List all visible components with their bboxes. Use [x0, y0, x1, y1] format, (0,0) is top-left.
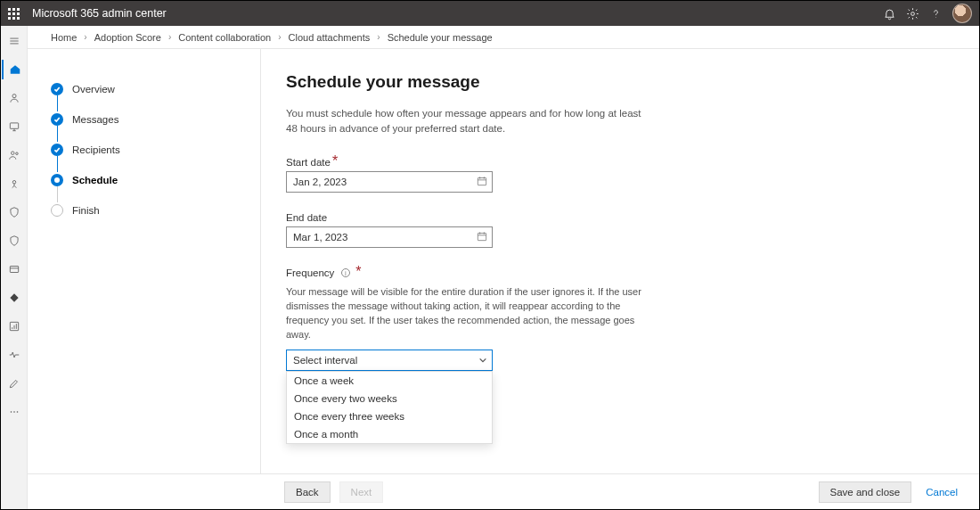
breadcrumb: Home › Adoption Score › Content collabor… [28, 26, 979, 49]
end-date-label: End date [286, 212, 327, 223]
crumb-cloud[interactable]: Cloud attachments [289, 32, 371, 43]
page-title: Schedule your message [286, 72, 954, 92]
frequency-option[interactable]: Once a month [287, 425, 492, 443]
step-label: Messages [72, 114, 118, 125]
crumb-schedule[interactable]: Schedule your message [388, 32, 493, 43]
svg-point-0 [911, 12, 914, 15]
current-step-icon [51, 174, 63, 186]
step-messages[interactable]: Messages [51, 104, 244, 135]
settings-icon[interactable] [901, 2, 924, 25]
cancel-link[interactable]: Cancel [926, 487, 958, 498]
crumb-adoption[interactable]: Adoption Score [94, 32, 161, 43]
svg-point-10 [13, 411, 15, 413]
step-label: Recipients [72, 144, 120, 155]
frequency-option[interactable]: Once every three weeks [287, 407, 492, 425]
check-icon [51, 113, 63, 126]
app-title: Microsoft 365 admin center [32, 7, 167, 20]
rail-more-icon[interactable] [2, 402, 27, 422]
rail-shield2-icon[interactable] [2, 231, 27, 251]
svg-point-9 [10, 411, 12, 413]
check-icon [51, 83, 63, 95]
check-icon [51, 144, 63, 156]
start-date-label: Start date [286, 157, 331, 168]
frequency-placeholder: Select interval [293, 355, 357, 366]
global-header: Microsoft 365 admin center [1, 1, 979, 26]
chevron-right-icon: › [84, 32, 86, 42]
info-icon[interactable]: i [341, 268, 350, 277]
step-label: Overview [72, 84, 115, 95]
svg-point-6 [12, 181, 16, 185]
svg-point-4 [11, 152, 14, 155]
next-button[interactable]: Next [339, 481, 384, 503]
frequency-label: Frequency [286, 267, 334, 278]
svg-point-11 [16, 411, 18, 413]
start-date-input[interactable] [286, 171, 493, 193]
required-asterisk: * [355, 264, 361, 279]
nav-rail [1, 26, 28, 509]
chevron-right-icon: › [168, 32, 171, 42]
wizard-steps: Overview Messages Recipients [28, 49, 261, 509]
end-date-field: End date [286, 209, 954, 248]
rail-shield1-icon[interactable] [2, 202, 27, 222]
crumb-home[interactable]: Home [51, 32, 77, 43]
start-date-field: Start date* [286, 153, 954, 193]
rail-reports-icon[interactable] [2, 317, 27, 336]
svg-point-2 [12, 95, 15, 98]
step-label: Finish [72, 205, 100, 216]
frequency-help-text: Your message will be visible for the ent… [286, 285, 651, 342]
help-icon[interactable] [924, 2, 947, 25]
account-avatar[interactable] [952, 4, 972, 23]
chevron-right-icon: › [278, 32, 281, 42]
svg-point-1 [935, 16, 936, 17]
rail-health-icon[interactable] [2, 345, 27, 365]
step-schedule[interactable]: Schedule [51, 165, 244, 195]
main-panel: Schedule your message You must schedule … [261, 49, 979, 509]
svg-rect-7 [10, 267, 18, 273]
rail-menu-icon[interactable] [2, 31, 27, 51]
frequency-select[interactable]: Select interval [286, 350, 493, 371]
rail-diamond-icon[interactable] [2, 288, 27, 308]
chevron-right-icon: › [377, 32, 380, 42]
end-date-input[interactable] [286, 226, 493, 248]
frequency-field: Frequency i * Your message will be visib… [286, 264, 954, 371]
wizard-footer: Back Next Save and close Cancel [28, 473, 979, 509]
chevron-down-icon [478, 356, 487, 366]
step-overview[interactable]: Overview [51, 74, 244, 104]
svg-rect-3 [10, 123, 18, 128]
rail-teams-icon[interactable] [2, 145, 27, 165]
rail-roles-icon[interactable] [2, 174, 27, 193]
rail-devices-icon[interactable] [2, 117, 27, 136]
rail-billing-icon[interactable] [2, 259, 27, 279]
svg-point-5 [15, 152, 18, 155]
back-button[interactable]: Back [284, 481, 331, 503]
step-label: Schedule [72, 175, 118, 185]
save-and-close-button[interactable]: Save and close [819, 481, 912, 503]
app-launcher-icon[interactable] [8, 8, 20, 20]
rail-home-icon[interactable] [2, 60, 27, 79]
step-finish[interactable]: Finish [51, 195, 244, 226]
page-description: You must schedule how often your message… [286, 106, 642, 136]
rail-customize-icon[interactable] [2, 374, 27, 393]
required-asterisk: * [332, 153, 338, 169]
frequency-dropdown: Once a week Once every two weeks Once ev… [286, 371, 493, 444]
notifications-icon[interactable] [878, 2, 901, 25]
frequency-option[interactable]: Once a week [287, 372, 492, 390]
pending-step-icon [51, 204, 63, 217]
frequency-option[interactable]: Once every two weeks [287, 390, 492, 407]
rail-users-icon[interactable] [2, 88, 27, 108]
step-recipients[interactable]: Recipients [51, 135, 244, 165]
crumb-content[interactable]: Content collaboration [178, 32, 271, 43]
